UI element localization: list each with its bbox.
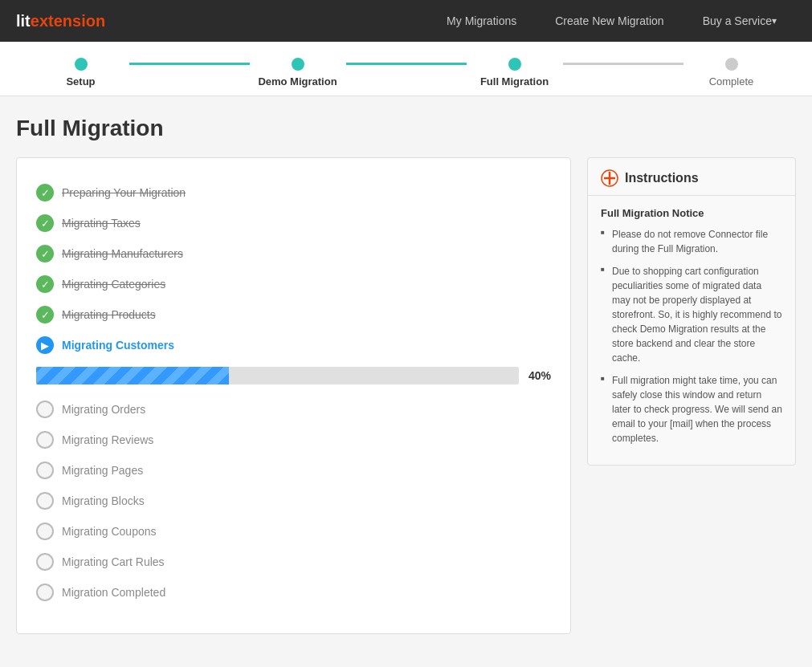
instructions-item-2: Full migration might take time, you can … xyxy=(601,373,782,445)
play-icon-5: ▶ xyxy=(36,336,54,354)
pending-icon-12 xyxy=(36,584,54,601)
step-label-demo: Demo Migration xyxy=(250,75,346,87)
step-line-1 xyxy=(129,63,250,65)
litextension-icon xyxy=(601,169,618,187)
list-item: Migrating Pages xyxy=(36,455,551,486)
instructions-body: Full Migration Notice Please do not remo… xyxy=(588,196,795,465)
instructions-notice-title: Full Migration Notice xyxy=(601,207,782,219)
progress-bar-fill xyxy=(36,367,229,384)
list-item: ✓ Migrating Manufacturers xyxy=(36,238,551,269)
progress-percent: 40% xyxy=(528,369,551,382)
item-label-4: Migrating Products xyxy=(62,308,156,321)
brand-lit: lit xyxy=(16,12,31,30)
list-item: ✓ Migrating Categories xyxy=(36,269,551,299)
step-dot-complete xyxy=(725,58,738,71)
pending-icon-9 xyxy=(36,492,54,510)
list-item: Migrating Cart Rules xyxy=(36,547,551,577)
list-item-active: ▶ Migrating Customers xyxy=(36,330,551,360)
nav-my-migrations[interactable]: My Migrations xyxy=(427,0,536,42)
progress-row: 40% xyxy=(36,360,551,394)
list-item: Migrating Coupons xyxy=(36,516,551,547)
item-label-3: Migrating Categories xyxy=(62,278,165,291)
page-title: Full Migration xyxy=(16,116,796,141)
pending-icon-11 xyxy=(36,553,54,571)
instructions-item-1: Due to shopping cart configuration pecul… xyxy=(601,264,782,365)
pending-icon-6 xyxy=(36,401,54,418)
instructions-panel: Instructions Full Migration Notice Pleas… xyxy=(587,157,796,466)
step-dot-demo xyxy=(292,58,304,71)
steps-container: Setup Demo Migration Full Migration Comp… xyxy=(0,42,812,96)
check-icon-2: ✓ xyxy=(36,245,54,262)
list-item: ✓ Preparing Your Migration xyxy=(36,177,551,208)
pending-icon-10 xyxy=(36,523,54,540)
item-label-8: Migrating Pages xyxy=(62,464,143,477)
nav-buy-service[interactable]: Buy a Service xyxy=(683,0,796,42)
item-label-7: Migrating Reviews xyxy=(62,433,153,446)
step-setup: Setup xyxy=(33,58,129,87)
check-icon-3: ✓ xyxy=(36,275,54,293)
step-line-2 xyxy=(346,63,467,65)
brand-ext: extension xyxy=(31,12,105,30)
step-dot-setup xyxy=(75,58,88,71)
progress-bar-bg xyxy=(36,367,519,384)
instructions-title: Instructions xyxy=(625,171,699,185)
item-label-0: Preparing Your Migration xyxy=(62,186,186,199)
step-dot-full xyxy=(508,58,521,71)
step-full: Full Migration xyxy=(467,58,563,87)
migration-panel: ✓ Preparing Your Migration ✓ Migrating T… xyxy=(16,157,571,634)
item-label-1: Migrating Taxes xyxy=(62,217,141,230)
instructions-item-0: Please do not remove Connector file duri… xyxy=(601,227,782,256)
item-label-6: Migrating Orders xyxy=(62,403,145,416)
step-label-full: Full Migration xyxy=(467,75,563,87)
item-label-9: Migrating Blocks xyxy=(62,494,145,507)
list-item: Migrating Reviews xyxy=(36,425,551,455)
check-icon-1: ✓ xyxy=(36,214,54,232)
item-label-12: Migration Completed xyxy=(62,586,165,599)
nav-links: My Migrations Create New Migration Buy a… xyxy=(427,0,796,42)
pending-icon-8 xyxy=(36,462,54,479)
step-line-3 xyxy=(563,63,683,65)
list-item: ✓ Migrating Products xyxy=(36,299,551,330)
item-label-10: Migrating Coupons xyxy=(62,525,157,538)
content-row: ✓ Preparing Your Migration ✓ Migrating T… xyxy=(16,157,796,634)
pending-icon-7 xyxy=(36,431,54,449)
instructions-list: Please do not remove Connector file duri… xyxy=(601,227,782,445)
step-demo: Demo Migration xyxy=(250,58,346,87)
navbar: litextension My Migrations Create New Mi… xyxy=(0,0,812,42)
nav-create-migration[interactable]: Create New Migration xyxy=(536,0,683,42)
item-label-5: Migrating Customers xyxy=(62,339,174,352)
instructions-header: Instructions xyxy=(588,158,795,196)
main-content: Full Migration ✓ Preparing Your Migratio… xyxy=(0,96,812,653)
item-label-2: Migrating Manufacturers xyxy=(62,247,183,260)
list-item: Migrating Blocks xyxy=(36,486,551,516)
item-label-11: Migrating Cart Rules xyxy=(62,555,165,568)
list-item: Migration Completed xyxy=(36,577,551,608)
list-item: Migrating Orders xyxy=(36,394,551,425)
steps: Setup Demo Migration Full Migration Comp… xyxy=(33,58,780,87)
check-icon-0: ✓ xyxy=(36,184,54,201)
check-icon-4: ✓ xyxy=(36,306,54,323)
step-label-complete: Complete xyxy=(683,75,780,87)
step-label-setup: Setup xyxy=(33,75,129,87)
step-complete: Complete xyxy=(683,58,780,87)
brand-logo[interactable]: litextension xyxy=(16,12,105,31)
list-item: ✓ Migrating Taxes xyxy=(36,208,551,238)
